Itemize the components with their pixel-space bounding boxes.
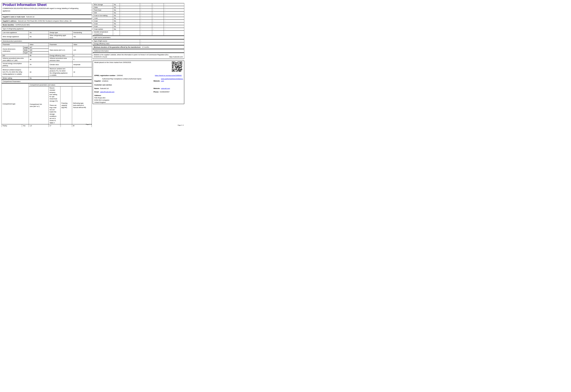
dash-cell: -	[120, 6, 140, 9]
dash-cell: -	[120, 11, 140, 14]
eprel-number: 2305042	[117, 75, 123, 76]
dash-cell: -	[120, 9, 140, 11]
care-website-link[interactable]: subcold.com	[161, 87, 170, 89]
other-appliance-value: Yes	[73, 34, 92, 39]
general-heading: General product parameters:	[2, 40, 92, 43]
dash-cell: -	[152, 20, 164, 22]
guarantee-table: Minimum duration of the guarantee offere…	[93, 45, 184, 49]
supplier-website-row: Website:www.authorisedrepcompliance. com	[153, 78, 183, 82]
variable-temp-label: Variable temperature compartment	[93, 30, 113, 36]
dash-cell: -	[152, 9, 164, 11]
supplier-name-value: Subcold Ltd	[26, 16, 34, 18]
row-label: Chill	[93, 11, 113, 14]
dash-cell: -	[164, 28, 184, 30]
climate-class-label: Climate class:	[49, 62, 73, 67]
total-volume-value: 123	[73, 46, 92, 54]
eprel-registration: EPREL registration number:2305042	[94, 74, 123, 77]
title-block: Product Information Sheet COMMISSION DEL…	[2, 3, 92, 14]
supplier-row: Supplier:Authorised Rep Compliance Limit…	[94, 78, 152, 82]
row-label: Wine storage	[93, 3, 113, 6]
row-label: Fresh food	[93, 9, 113, 11]
max-temp-value: 32	[73, 67, 92, 77]
additional-heading-table: Additional information:	[93, 49, 184, 53]
model-identifier-row: Model identifier:SUPER115LED-MK2	[2, 23, 92, 27]
weblink-table: Weblink to the supplier's website, where…	[93, 53, 184, 59]
dimensions-label: Overal dimensions (millimetre)	[2, 46, 23, 54]
dash-cell: -	[120, 28, 140, 30]
compartment-continuation-table: Wine storage No - - - - Cellar No - - - …	[93, 3, 184, 36]
row-value: No	[113, 3, 120, 6]
supplier-address-value: Subcold Ltd, Firth Road 28/2, EH54 5DJ S…	[18, 20, 72, 22]
dash-cell: -	[152, 22, 164, 25]
model-identifier-table: Model identifier:SUPER115LED-MK2	[1, 23, 92, 27]
care-name-row: Name:Subcold Ltd	[94, 87, 109, 90]
dash-cell: -	[152, 6, 164, 9]
light-source-heading: Light source parameters:	[93, 36, 184, 39]
light-type-value: -	[140, 40, 184, 42]
care-phone-value: 01506440557	[160, 91, 170, 93]
dash-cell: -	[140, 11, 152, 14]
max-temp-label: Maximum ambient tem- perature (ºC), for …	[49, 67, 73, 77]
dimension-height-value: 847	[29, 46, 49, 49]
care-website-row: Website:subcold.com	[153, 87, 170, 90]
eprel-link[interactable]: https://eprel.ec.europa.eu/qr/2305042	[155, 74, 182, 77]
supplier-website-link[interactable]: www.authorisedrepcompliance. com	[161, 78, 183, 82]
dash-cell: -	[120, 3, 140, 6]
freezing-capacity-header: Freezing capacity (kg/24h)	[60, 86, 72, 124]
compartment-temp-header: Recom- mended tempera- ture setting for …	[48, 86, 60, 124]
dash-cell: -	[152, 3, 164, 6]
dash-cell: -	[140, 30, 152, 36]
row-value: No	[113, 22, 120, 25]
page-1-footer: Page 1 / 2	[76, 124, 92, 125]
model-identifier-value: SUPER115LED-MK2	[15, 24, 30, 26]
regulation-text: COMMISSION DELEGATED REGULATION (EU) 201…	[3, 7, 91, 12]
wine-storage-label: Wine storage appliance:	[2, 34, 29, 39]
noise-class-value: C	[73, 57, 92, 62]
noise-class-label: Airborne acoustical noise emission class	[49, 57, 73, 62]
dash-cell: -	[120, 20, 140, 22]
weblink-url[interactable]: https://subcold.com/	[169, 56, 183, 58]
dash-cell: -	[152, 14, 164, 17]
row-value: No	[113, 25, 120, 28]
guarantee-row: Minimum duration of the guarantee offere…	[93, 45, 184, 49]
compartment-banner: Compartment parameters and values	[29, 84, 92, 86]
address-line: EH54 5DJ Livingston	[94, 99, 109, 101]
type-heading: Type of refrigerating appliance:	[2, 27, 92, 30]
care-phone-row: Phone:01506440557	[153, 91, 169, 93]
pantry-label: Pantry	[2, 124, 22, 127]
dash-cell: -	[140, 3, 152, 6]
market-date-text: Model placed on the Union market from 20…	[94, 61, 131, 64]
dash-cell: -	[120, 25, 140, 28]
dash-cell: -	[140, 22, 152, 25]
supplier-address-row: Supplier's address:Subcold Ltd, Firth Ro…	[2, 19, 92, 23]
guarantee-value: 12 months	[142, 46, 149, 48]
pantry-temp: 17	[48, 124, 60, 127]
light-source-table: Type of light source - Energy efficiency…	[93, 39, 184, 45]
dash-cell: -	[152, 25, 164, 28]
variable-temp-value: -	[113, 30, 120, 36]
annual-energy-value: 79	[29, 62, 49, 67]
row-label: 0-star or ice-making	[93, 14, 113, 17]
winter-setting-value: No	[29, 77, 49, 80]
row-label: 2-star section	[93, 28, 113, 30]
dimension-depth-label: Depth	[23, 51, 29, 54]
supplier-address-table: Supplier's address:Subcold Ltd, Firth Ro…	[1, 19, 92, 23]
param-header-2: Parameter	[49, 43, 73, 46]
total-volume-label: Total volume (dm³ or l)	[49, 46, 73, 54]
energy-class-label: Energy efficiency class	[49, 54, 73, 57]
page-title: Product Information Sheet	[3, 4, 91, 6]
address-heading: Address:	[94, 94, 101, 97]
dash-cell: -	[120, 17, 140, 20]
supplier-name-table: Supplier's name or trade mark:Subcold Lt…	[1, 15, 92, 19]
supplier-name-row: Supplier's name or trade mark:Subcold Lt…	[2, 15, 92, 19]
noise-value: 39	[29, 57, 49, 62]
dash-cell: -	[164, 17, 184, 20]
qr-code	[172, 62, 182, 72]
page-2: Wine storage No - - - - Cellar No - - - …	[93, 3, 184, 59]
dash-cell: -	[140, 28, 152, 30]
dash-cell: -	[164, 20, 184, 22]
low-noise-label: Low-noise appliance:	[2, 31, 29, 34]
param-header-1: Parameter	[2, 43, 29, 46]
care-email-link[interactable]: sales@subcold.com	[100, 91, 114, 93]
dash-cell: -	[164, 11, 184, 14]
